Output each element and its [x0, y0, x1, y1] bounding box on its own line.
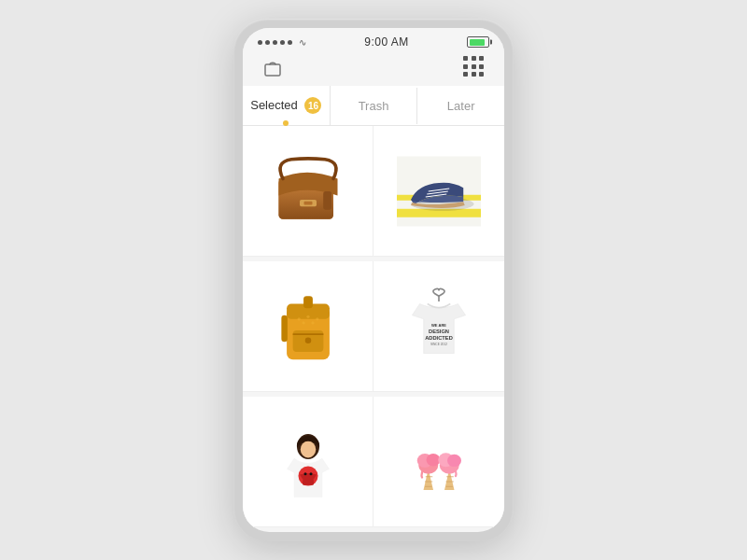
phone-screen: ∿ 9:00 AM [243, 28, 504, 532]
tab-trash[interactable]: Trash [331, 88, 418, 124]
svg-text:DESIGN: DESIGN [429, 328, 449, 333]
svg-rect-24 [281, 315, 288, 342]
signal-dot-1 [258, 40, 262, 45]
battery-fill [470, 39, 485, 46]
product-cell-girl[interactable] [243, 397, 374, 527]
product-cell-icecream[interactable] [374, 397, 504, 527]
svg-point-49 [447, 454, 461, 467]
top-nav [243, 52, 504, 86]
tab-later-label: Later [447, 99, 475, 113]
tab-active-indicator [283, 120, 289, 126]
svg-text:WE ARE: WE ARE [431, 323, 446, 328]
tab-selected-label: Selected [250, 98, 298, 112]
product-cell-tshirt[interactable]: WE ARE DESIGN ADDICTED SINCE 2012 [374, 261, 504, 392]
svg-text:SINCE 2012: SINCE 2012 [430, 343, 447, 346]
tab-bar: Selected 16 Trash Later [243, 86, 504, 126]
product-cell-backpack[interactable] [243, 261, 374, 392]
tab-later[interactable]: Later [417, 88, 504, 124]
svg-point-22 [302, 321, 304, 324]
signal-dot-2 [265, 40, 270, 45]
svg-point-32 [303, 472, 306, 475]
tab-selected[interactable]: Selected 16 [243, 86, 331, 125]
svg-rect-15 [303, 296, 313, 308]
svg-point-35 [300, 441, 316, 457]
signal-bars: ∿ [258, 37, 306, 48]
svg-point-18 [304, 337, 311, 343]
svg-rect-5 [323, 191, 331, 210]
product-cell-bag[interactable] [243, 126, 374, 257]
battery-icon [467, 36, 489, 48]
svg-rect-4 [303, 201, 312, 204]
svg-point-20 [306, 315, 309, 317]
battery-indicator [467, 36, 489, 48]
grid-menu-icon[interactable] [463, 56, 486, 78]
phone-frame: ∿ 9:00 AM [233, 19, 514, 541]
product-grid: WE ARE DESIGN ADDICTED SINCE 2012 [243, 126, 504, 532]
signal-dot-3 [273, 40, 277, 45]
svg-text:ADDICTED: ADDICTED [425, 334, 453, 340]
signal-dot-5 [288, 40, 292, 45]
svg-point-21 [316, 317, 318, 320]
tab-selected-badge: 16 [304, 97, 321, 114]
status-time: 9:00 AM [364, 35, 409, 49]
wifi-icon: ∿ [299, 37, 306, 48]
svg-rect-0 [265, 64, 280, 76]
signal-dot-4 [280, 40, 285, 45]
svg-point-23 [311, 321, 314, 324]
svg-point-19 [297, 317, 300, 320]
shopping-bag-icon[interactable] [261, 56, 284, 78]
status-bar: ∿ 9:00 AM [243, 28, 504, 52]
product-cell-shoe[interactable] [374, 126, 504, 257]
tab-trash-label: Trash [359, 99, 389, 113]
svg-point-33 [309, 472, 312, 475]
